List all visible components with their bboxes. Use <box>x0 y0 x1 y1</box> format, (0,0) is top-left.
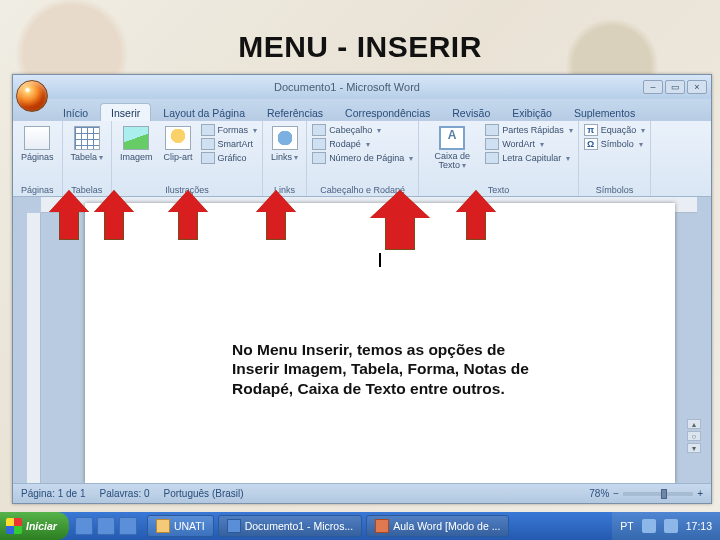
status-pagina: Página: 1 de 1 <box>21 488 86 499</box>
powerpoint-icon <box>375 519 389 533</box>
task-word[interactable]: Documento1 - Micros... <box>218 515 363 537</box>
task-label: UNATI <box>174 520 205 532</box>
slide-body-text: No Menu Inserir, temos as opções de Inse… <box>232 340 532 398</box>
caixa-texto-label: Caixa de Texto▾ <box>427 152 477 170</box>
wordart-button[interactable]: WordArt▾ <box>485 138 573 150</box>
links-button[interactable]: Links▾ <box>268 124 301 164</box>
quick-launch-icon[interactable] <box>75 517 93 535</box>
links-icon <box>272 126 298 150</box>
task-powerpoint[interactable]: Aula Word [Modo de ... <box>366 515 509 537</box>
caixa-texto-button[interactable]: A Caixa de Texto▾ <box>424 124 480 172</box>
close-button[interactable]: × <box>687 80 707 94</box>
tab-referencias[interactable]: Referências <box>257 104 333 121</box>
tab-layout[interactable]: Layout da Página <box>153 104 255 121</box>
tabela-label: Tabela▾ <box>71 152 104 162</box>
quickparts-icon <box>485 124 499 136</box>
arrow-paginas <box>49 190 89 240</box>
task-unati[interactable]: UNATI <box>147 515 214 537</box>
partes-rapidas-button[interactable]: Partes Rápidas▾ <box>485 124 573 136</box>
cabecalho-list: Cabeçalho▾ Rodapé▾ Número de Página▾ <box>312 124 413 164</box>
vertical-ruler[interactable] <box>27 213 41 483</box>
smartart-icon <box>201 138 215 150</box>
chevron-down-icon: ▾ <box>366 140 370 149</box>
clock[interactable]: 17:13 <box>686 520 712 532</box>
tray-icon[interactable] <box>664 519 678 533</box>
chevron-down-icon: ▾ <box>462 161 466 170</box>
simbolo-button[interactable]: ΩSímbolo▾ <box>584 138 646 150</box>
dropcap-icon <box>485 152 499 164</box>
paginas-button[interactable]: Páginas <box>18 124 57 164</box>
zoom-plus-icon[interactable]: + <box>697 488 703 499</box>
scroll-marker[interactable]: ○ <box>687 431 701 441</box>
scroll-down-button[interactable]: ▾ <box>687 443 701 453</box>
symbol-icon: Ω <box>584 138 598 150</box>
office-button[interactable] <box>16 80 48 112</box>
formas-button[interactable]: Formas▾ <box>201 124 258 136</box>
group-label-texto: Texto <box>424 184 573 195</box>
letra-capitular-button[interactable]: Letra Capitular▾ <box>485 152 573 164</box>
tab-exibicao[interactable]: Exibição <box>502 104 562 121</box>
chevron-down-icon: ▾ <box>377 126 381 135</box>
imagem-label: Imagem <box>120 152 153 162</box>
word-window: Documento1 - Microsoft Word – ▭ × Início… <box>12 74 712 504</box>
chart-icon <box>201 152 215 164</box>
quick-launch-icon[interactable] <box>97 517 115 535</box>
texto-small-list: Partes Rápidas▾ WordArt▾ Letra Capitular… <box>485 124 573 164</box>
window-title: Documento1 - Microsoft Word <box>51 81 643 93</box>
tab-inicio[interactable]: Início <box>53 104 98 121</box>
zoom-control[interactable]: 78% − + <box>589 488 703 499</box>
task-label: Documento1 - Micros... <box>245 520 354 532</box>
header-icon <box>312 124 326 136</box>
chevron-down-icon: ▾ <box>569 126 573 135</box>
tab-suplementos[interactable]: Suplementos <box>564 104 645 121</box>
equacao-button[interactable]: πEquação▾ <box>584 124 646 136</box>
table-icon <box>74 126 100 150</box>
smartart-button[interactable]: SmartArt <box>201 138 258 150</box>
ribbon: Páginas Páginas Tabela▾ Tabelas <box>13 121 711 197</box>
links-label: Links▾ <box>271 152 298 162</box>
arrow-cabecalho <box>370 190 430 250</box>
scroll-controls: ▴ ○ ▾ <box>687 419 701 453</box>
grafico-button[interactable]: Gráfico <box>201 152 258 164</box>
task-label: Aula Word [Modo de ... <box>393 520 500 532</box>
zoom-thumb[interactable] <box>661 489 667 499</box>
tab-revisao[interactable]: Revisão <box>442 104 500 121</box>
chevron-down-icon: ▾ <box>294 153 298 162</box>
tab-correspondencias[interactable]: Correspondências <box>335 104 440 121</box>
text-cursor <box>379 253 381 267</box>
windows-flag-icon <box>6 518 22 534</box>
zoom-value: 78% <box>589 488 609 499</box>
zoom-slider[interactable] <box>623 492 693 496</box>
arrow-ilustracoes <box>168 190 208 240</box>
minimize-button[interactable]: – <box>643 80 663 94</box>
numero-pagina-button[interactable]: Número de Página▾ <box>312 152 413 164</box>
group-paginas: Páginas Páginas <box>13 121 63 196</box>
clipart-button[interactable]: Clip-art <box>161 124 196 164</box>
footer-icon <box>312 138 326 150</box>
group-tabelas: Tabela▾ Tabelas <box>63 121 113 196</box>
clipart-icon <box>165 126 191 150</box>
quick-launch-icon[interactable] <box>119 517 137 535</box>
cabecalho-button[interactable]: Cabeçalho▾ <box>312 124 413 136</box>
tabela-button[interactable]: Tabela▾ <box>68 124 107 164</box>
scroll-up-button[interactable]: ▴ <box>687 419 701 429</box>
clipart-label: Clip-art <box>164 152 193 162</box>
chevron-down-icon: ▾ <box>641 126 645 135</box>
imagem-button[interactable]: Imagem <box>117 124 156 164</box>
ribbon-tabs: Início Inserir Layout da Página Referênc… <box>13 99 711 121</box>
tab-inserir[interactable]: Inserir <box>100 103 151 121</box>
language-indicator[interactable]: PT <box>620 520 633 532</box>
wordart-icon <box>485 138 499 150</box>
tray-icon[interactable] <box>642 519 656 533</box>
simbolos-list: πEquação▾ ΩSímbolo▾ <box>584 124 646 150</box>
status-palavras: Palavras: 0 <box>100 488 150 499</box>
image-icon <box>123 126 149 150</box>
rodape-button[interactable]: Rodapé▾ <box>312 138 413 150</box>
start-button[interactable]: Iniciar <box>0 512 69 540</box>
group-cabecalho-rodape: Cabeçalho▾ Rodapé▾ Número de Página▾ Cab… <box>307 121 419 196</box>
paginas-label: Páginas <box>21 152 54 162</box>
statusbar: Página: 1 de 1 Palavras: 0 Português (Br… <box>13 483 711 503</box>
chevron-down-icon: ▾ <box>639 140 643 149</box>
maximize-button[interactable]: ▭ <box>665 80 685 94</box>
zoom-minus-icon[interactable]: − <box>613 488 619 499</box>
